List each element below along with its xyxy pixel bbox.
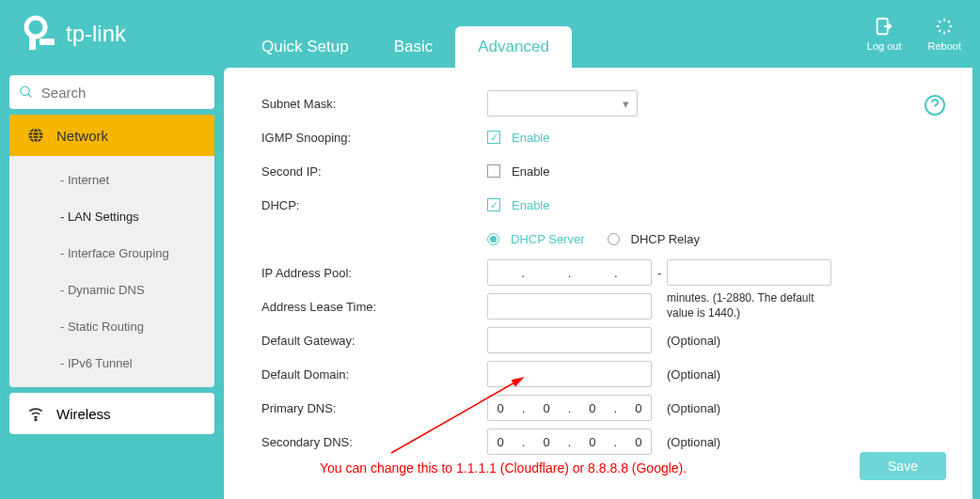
label-secondary-dns: Secondary DNS: <box>261 435 487 449</box>
ip-pool-start[interactable]: . . . <box>487 259 652 286</box>
sidebar-item-ipv6-tunnel[interactable]: - IPv6 Tunnel <box>9 345 214 382</box>
secondary-dns-input[interactable]: 0. 0. 0. 0 <box>487 429 652 455</box>
sidebar-item-lan-settings[interactable]: - LAN Settings <box>9 198 214 235</box>
label-ip-pool: IP Address Pool: <box>261 266 487 280</box>
pdns-oct3: 0 <box>589 401 595 415</box>
header: tp-link Quick Setup Basic Advanced Log o… <box>0 0 980 68</box>
chevron-down-icon: ▾ <box>623 97 629 111</box>
label-primary-dns: Primary DNS: <box>261 401 487 415</box>
dhcp-server-radio[interactable] <box>487 233 499 245</box>
sidebar-sublist: - Internet - LAN Settings - Interface Gr… <box>9 156 214 387</box>
row-dhcp: DHCP: ✓ Enable <box>261 188 944 222</box>
sidebar-item-internet[interactable]: - Internet <box>9 162 214 198</box>
dhcp-checkbox[interactable]: ✓ <box>487 198 500 211</box>
label-igmp: IGMP Snooping: <box>261 131 487 145</box>
lease-input[interactable] <box>487 293 652 320</box>
search-icon <box>19 84 34 101</box>
row-ip-pool: IP Address Pool: . . . - <box>261 256 944 289</box>
logout-label: Log out <box>867 40 902 52</box>
sdns-oct1: 0 <box>498 435 504 449</box>
pool-dash: - <box>657 266 661 280</box>
reboot-label: Reboot <box>928 40 961 52</box>
sdns-optional: (Optional) <box>667 435 720 449</box>
pdns-optional: (Optional) <box>667 401 720 415</box>
content-panel: Subnet Mask: ▾ IGMP Snooping: ✓ Enable S… <box>224 68 972 499</box>
row-igmp: IGMP Snooping: ✓ Enable <box>261 120 944 154</box>
pdns-oct2: 0 <box>543 401 549 415</box>
row-dhcp-mode: DHCP Server DHCP Relay <box>261 222 944 256</box>
sdns-oct3: 0 <box>589 435 595 449</box>
tab-bar: Quick Setup Basic Advanced <box>239 0 572 68</box>
brand-logo: tp-link <box>19 14 126 54</box>
svg-point-0 <box>26 18 45 37</box>
label-domain: Default Domain: <box>261 367 487 382</box>
search-box[interactable] <box>9 75 214 109</box>
sidebar-group-network: Network - Internet - LAN Settings - Inte… <box>9 115 214 387</box>
row-second-ip: Second IP: Enable <box>261 154 944 188</box>
domain-optional: (Optional) <box>667 367 720 382</box>
primary-dns-input[interactable]: 0. 0. 0. 0 <box>487 395 652 421</box>
save-button[interactable]: Save <box>860 452 946 480</box>
help-button[interactable] <box>924 94 946 120</box>
svg-rect-2 <box>40 39 55 45</box>
tab-advanced[interactable]: Advanced <box>455 26 572 68</box>
tab-quick-setup[interactable]: Quick Setup <box>239 26 371 68</box>
sdns-oct4: 0 <box>635 435 641 449</box>
igmp-checkbox[interactable]: ✓ <box>487 131 500 144</box>
label-subnet-mask: Subnet Mask: <box>261 97 487 111</box>
sidebar-item-interface-grouping[interactable]: - Interface Grouping <box>9 235 214 272</box>
search-input[interactable] <box>41 85 205 101</box>
label-lease: Address Lease Time: <box>261 300 487 314</box>
ip-pool-end[interactable] <box>667 259 831 286</box>
row-primary-dns: Primary DNS: 0. 0. 0. 0 (Optional) <box>261 391 944 425</box>
tab-basic[interactable]: Basic <box>371 26 456 68</box>
sidebar-item-static-routing[interactable]: - Static Routing <box>9 308 214 345</box>
logout-button[interactable]: Log out <box>867 16 902 52</box>
wifi-icon <box>26 404 45 423</box>
label-gateway: Default Gateway: <box>261 334 487 348</box>
reboot-icon <box>934 16 955 37</box>
dhcp-relay-label: DHCP Relay <box>631 232 700 246</box>
reboot-button[interactable]: Reboot <box>928 16 961 52</box>
sidebar: Network - Internet - LAN Settings - Inte… <box>0 68 224 499</box>
gateway-input[interactable] <box>487 327 652 353</box>
dhcp-server-label: DHCP Server <box>511 232 585 246</box>
svg-rect-1 <box>29 35 36 50</box>
dhcp-enable-label: Enable <box>512 198 549 212</box>
sidebar-wireless-label: Wireless <box>56 406 111 422</box>
pdns-oct1: 0 <box>498 401 504 415</box>
second-ip-checkbox[interactable] <box>487 164 500 178</box>
row-secondary-dns: Secondary DNS: 0. 0. 0. 0 (Optional) <box>261 425 944 459</box>
annotation-text: You can change this to 1.1.1.1 (Cloudfla… <box>320 460 687 476</box>
lease-note: minutes. (1-2880. The default value is 1… <box>667 291 836 320</box>
igmp-enable-label: Enable <box>512 131 549 145</box>
header-actions: Log out Reboot <box>867 16 961 52</box>
help-icon <box>924 94 946 117</box>
tplink-icon <box>19 14 58 54</box>
sidebar-network-label: Network <box>56 128 108 144</box>
sidebar-item-network[interactable]: Network <box>9 115 214 156</box>
gateway-optional: (Optional) <box>667 334 720 348</box>
row-subnet-mask: Subnet Mask: ▾ <box>261 86 944 120</box>
subnet-mask-select[interactable]: ▾ <box>487 90 638 117</box>
domain-input[interactable] <box>487 361 652 387</box>
label-second-ip: Second IP: <box>261 164 487 179</box>
globe-icon <box>26 126 45 145</box>
brand-text: tp-link <box>66 21 126 47</box>
row-lease: Address Lease Time: minutes. (1-2880. Th… <box>261 289 944 323</box>
dhcp-relay-radio[interactable] <box>608 233 620 245</box>
row-domain: Default Domain: (Optional) <box>261 357 944 391</box>
svg-point-7 <box>35 419 37 421</box>
sidebar-item-dynamic-dns[interactable]: - Dynamic DNS <box>9 272 214 308</box>
sidebar-item-wireless[interactable]: Wireless <box>9 393 214 434</box>
logout-icon <box>874 16 894 37</box>
svg-point-4 <box>21 86 29 95</box>
sdns-oct2: 0 <box>543 435 549 449</box>
label-dhcp: DHCP: <box>261 198 487 212</box>
row-gateway: Default Gateway: (Optional) <box>261 323 944 357</box>
pdns-oct4: 0 <box>635 401 641 415</box>
second-ip-enable-label: Enable <box>512 164 549 179</box>
